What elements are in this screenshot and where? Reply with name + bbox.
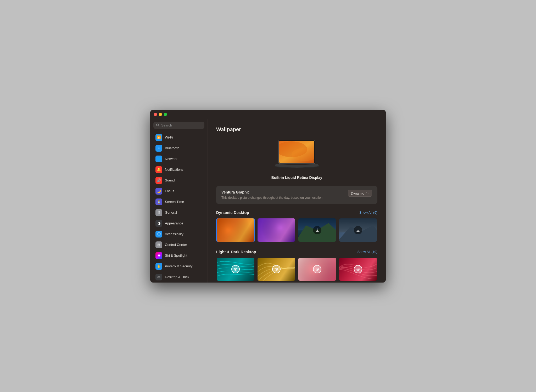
sidebar-item-general[interactable]: ⚙General <box>152 207 206 218</box>
sidebar-item-privacy[interactable]: ✋Privacy & Security <box>152 261 206 272</box>
light-dark-show-all[interactable]: Show All (19) <box>357 250 377 254</box>
sidebar-icon-general: ⚙ <box>155 209 162 216</box>
wallpaper-canvas-2 <box>258 218 295 242</box>
svg-point-0 <box>157 124 159 126</box>
sidebar-icon-notifications: 🔔 <box>155 166 162 173</box>
wallpaper-info-left: Ventura Graphic This desktop picture cha… <box>221 190 323 200</box>
sidebar-icon-sound: 🔊 <box>155 177 162 184</box>
download-icon-3 <box>231 265 240 273</box>
dynamic-desktop-grid <box>216 218 377 242</box>
wallpaper-thumb-ventura-day[interactable] <box>216 218 255 242</box>
sidebar-icon-privacy: ✋ <box>155 263 162 270</box>
sidebar-item-screen-time[interactable]: ⏳Screen Time <box>152 197 206 207</box>
wallpaper-info-card: Ventura Graphic This desktop picture cha… <box>216 186 377 204</box>
sidebar-item-accessibility[interactable]: ⓘAccessibility <box>152 229 206 239</box>
sidebar-icon-desktop-dock: ▭ <box>155 274 162 280</box>
sidebar-icon-siri: ◉ <box>155 252 162 259</box>
sidebar-item-network[interactable]: 🌐Network <box>152 154 206 164</box>
dynamic-desktop-header: Dynamic Desktop Show All (9) <box>216 210 377 215</box>
system-preferences-window: 📶Wi-Fi✦Bluetooth🌐Network🔔Notifications🔊S… <box>150 110 386 283</box>
sidebar-icon-focus: 🌙 <box>155 188 162 195</box>
sidebar-icon-wifi: 📶 <box>155 134 162 141</box>
main-content: Wallpaper <box>208 119 386 283</box>
sidebar-item-focus[interactable]: 🌙Focus <box>152 186 206 196</box>
sidebar-label-bluetooth: Bluetooth <box>165 146 179 150</box>
chevron-icon: ⌃⌄ <box>365 192 369 195</box>
maximize-button[interactable] <box>164 113 167 116</box>
sidebar-label-control-center: Control Center <box>165 243 187 247</box>
sidebar-icon-control-center: ▦ <box>155 241 162 248</box>
display-name: Built-in Liquid Retina Display <box>271 175 322 180</box>
search-input[interactable] <box>161 123 202 127</box>
sidebar-icon-screen-time: ⏳ <box>155 198 162 205</box>
wallpaper-name: Ventura Graphic <box>221 190 323 194</box>
laptop-preview <box>271 139 323 173</box>
light-dark-grid <box>216 257 377 281</box>
wallpaper-canvas-1 <box>217 218 254 242</box>
wallpaper-description: This desktop picture changes throughout … <box>221 196 323 200</box>
sidebar-label-screen-time: Screen Time <box>165 200 184 204</box>
download-icon-4 <box>272 265 281 273</box>
mode-label: Dynamic <box>351 191 364 195</box>
sidebar-label-privacy: Privacy & Security <box>165 264 192 268</box>
sidebar-item-wifi[interactable]: 📶Wi-Fi <box>152 132 206 143</box>
sidebar-label-focus: Focus <box>165 189 174 193</box>
download-icon-1 <box>313 226 321 234</box>
sidebar-item-notifications[interactable]: 🔔Notifications <box>152 164 206 175</box>
wallpaper-thumb-ld4[interactable] <box>339 257 377 281</box>
sidebar-label-appearance: Appearance <box>165 221 183 225</box>
sidebar-item-bluetooth[interactable]: ✦Bluetooth <box>152 143 206 153</box>
download-icon-5 <box>313 265 321 273</box>
close-button[interactable] <box>154 113 157 116</box>
wallpaper-thumb-catalina1[interactable] <box>298 218 337 242</box>
sidebar-label-sound: Sound <box>165 178 175 182</box>
download-icon-2 <box>354 226 362 234</box>
sidebar-item-control-center[interactable]: ▦Control Center <box>152 240 206 250</box>
wallpaper-thumb-ld1[interactable] <box>216 257 255 281</box>
light-dark-header: Light & Dark Desktop Show All (19) <box>216 250 377 254</box>
sidebar: 📶Wi-Fi✦Bluetooth🌐Network🔔Notifications🔊S… <box>150 119 208 283</box>
wallpaper-thumb-ld2[interactable] <box>257 257 296 281</box>
sidebar-label-wifi: Wi-Fi <box>165 135 173 139</box>
sidebar-item-appearance[interactable]: ◑Appearance <box>152 218 206 229</box>
sidebar-item-siri[interactable]: ◉Siri & Spotlight <box>152 250 206 261</box>
sidebar-label-network: Network <box>165 157 177 161</box>
sidebar-item-desktop-dock[interactable]: ▭Desktop & Dock <box>152 272 206 282</box>
mode-dropdown[interactable]: Dynamic ⌃⌄ <box>348 190 372 197</box>
sidebar-icon-appearance: ◑ <box>155 220 162 227</box>
sidebar-label-siri: Siri & Spotlight <box>165 253 187 257</box>
sidebar-icon-bluetooth: ✦ <box>155 145 162 152</box>
titlebar <box>150 110 386 119</box>
display-preview: Built-in Liquid Retina Display <box>216 139 377 180</box>
search-box[interactable] <box>153 122 204 129</box>
svg-point-7 <box>292 148 318 161</box>
sidebar-label-notifications: Notifications <box>165 168 183 172</box>
sidebar-label-general: General <box>165 211 177 214</box>
wallpaper-thumb-ld3[interactable] <box>298 257 337 281</box>
content-area: 📶Wi-Fi✦Bluetooth🌐Network🔔Notifications🔊S… <box>150 119 386 283</box>
svg-line-1 <box>158 126 159 127</box>
sidebar-icon-network: 🌐 <box>155 156 162 162</box>
search-icon <box>156 123 160 127</box>
sidebar-icon-accessibility: ⓘ <box>155 231 162 238</box>
light-dark-title: Light & Dark Desktop <box>216 250 256 254</box>
traffic-lights <box>154 113 167 116</box>
page-title: Wallpaper <box>216 126 377 132</box>
sidebar-label-desktop-dock: Desktop & Dock <box>165 275 189 279</box>
wallpaper-thumb-ventura-purple[interactable] <box>257 218 296 242</box>
sidebar-items: 📶Wi-Fi✦Bluetooth🌐Network🔔Notifications🔊S… <box>150 132 208 283</box>
dynamic-desktop-title: Dynamic Desktop <box>216 210 249 215</box>
wallpaper-mode-select: Dynamic ⌃⌄ <box>348 190 372 197</box>
dynamic-desktop-show-all[interactable]: Show All (9) <box>359 211 377 214</box>
minimize-button[interactable] <box>159 113 162 116</box>
download-icon-6 <box>354 265 362 273</box>
wallpaper-thumb-catalina2[interactable] <box>339 218 377 242</box>
sidebar-label-accessibility: Accessibility <box>165 232 183 236</box>
sidebar-item-sound[interactable]: 🔊Sound <box>152 175 206 186</box>
